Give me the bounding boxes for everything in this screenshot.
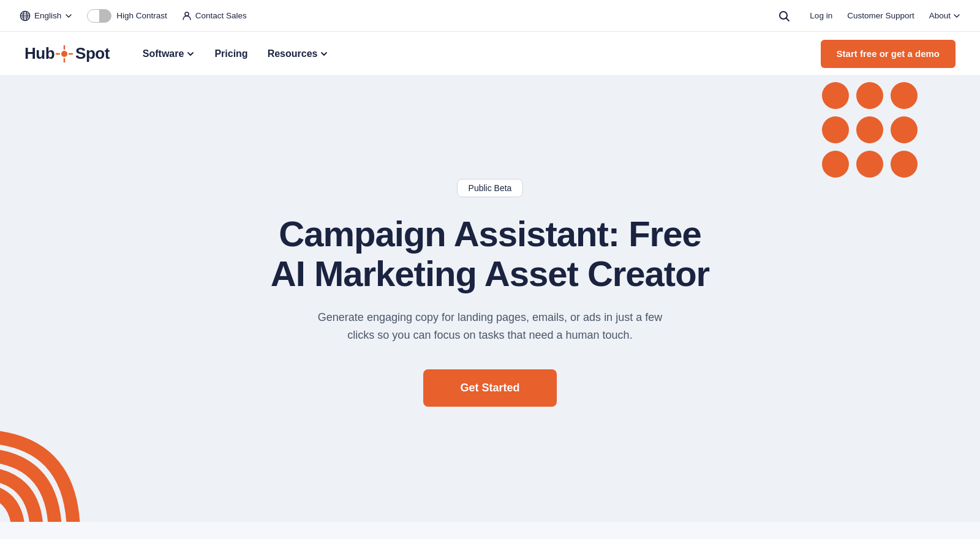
high-contrast-toggle-wrap: High Contrast bbox=[87, 9, 167, 23]
contact-sales-link[interactable]: Contact Sales bbox=[182, 11, 247, 21]
dot-6 bbox=[891, 116, 918, 143]
svg-point-5 bbox=[185, 12, 189, 16]
search-icon bbox=[778, 10, 790, 22]
logo-spot: Spot bbox=[75, 44, 110, 63]
svg-line-7 bbox=[786, 18, 790, 21]
nav-resources-label: Resources bbox=[268, 48, 318, 59]
public-beta-badge: Public Beta bbox=[457, 179, 524, 197]
person-icon bbox=[182, 11, 192, 21]
dot-7 bbox=[822, 151, 849, 178]
nav-pricing[interactable]: Pricing bbox=[206, 43, 256, 64]
dot-5 bbox=[856, 116, 883, 143]
nav-software[interactable]: Software bbox=[134, 43, 204, 64]
svg-point-8 bbox=[61, 51, 67, 57]
about-chevron-icon bbox=[953, 12, 960, 20]
hero-content: Public Beta Campaign Assistant: Free AI … bbox=[270, 179, 710, 407]
high-contrast-label: High Contrast bbox=[116, 11, 167, 20]
customer-support-link[interactable]: Customer Support bbox=[847, 11, 914, 20]
hero-subtitle: Generate engaging copy for landing pages… bbox=[306, 309, 674, 345]
nav-resources[interactable]: Resources bbox=[259, 43, 337, 64]
logo-icon bbox=[55, 44, 74, 64]
resources-chevron-icon bbox=[320, 50, 328, 58]
dot-8 bbox=[856, 151, 883, 178]
logo-svg bbox=[55, 44, 74, 64]
nav-right: Start free or get a demo bbox=[821, 40, 956, 68]
software-chevron-icon bbox=[186, 50, 195, 58]
arc-decoration bbox=[0, 399, 98, 522]
start-free-button[interactable]: Start free or get a demo bbox=[821, 40, 956, 68]
main-nav: Hub Spot Software Prici bbox=[0, 32, 980, 76]
dot-2 bbox=[856, 82, 883, 109]
chevron-down-icon bbox=[65, 12, 72, 20]
hero-section: Public Beta Campaign Assistant: Free AI … bbox=[0, 76, 980, 522]
dot-1 bbox=[822, 82, 849, 109]
language-label: English bbox=[34, 11, 61, 20]
logo-hub: Hub bbox=[24, 44, 55, 63]
nav-pricing-label: Pricing bbox=[214, 48, 247, 59]
nav-software-label: Software bbox=[143, 48, 184, 59]
about-label: About bbox=[929, 11, 951, 20]
login-link[interactable]: Log in bbox=[810, 11, 832, 20]
hero-title: Campaign Assistant: Free AI Marketing As… bbox=[270, 214, 710, 294]
hubspot-logo[interactable]: Hub Spot bbox=[24, 44, 110, 64]
dot-3 bbox=[891, 82, 918, 109]
get-started-button[interactable]: Get Started bbox=[423, 369, 556, 407]
dot-9 bbox=[891, 151, 918, 178]
about-link[interactable]: About bbox=[929, 11, 960, 20]
search-button[interactable] bbox=[773, 5, 795, 27]
top-bar-right: Log in Customer Support About bbox=[773, 5, 960, 27]
top-bar-left: English High Contrast Contact Sales bbox=[20, 9, 247, 23]
nav-menu: Software Pricing Resources bbox=[134, 43, 337, 64]
dot-grid-decoration bbox=[822, 82, 919, 179]
high-contrast-toggle[interactable] bbox=[87, 9, 111, 23]
top-bar: English High Contrast Contact Sales Log … bbox=[0, 0, 980, 32]
language-selector[interactable]: English bbox=[20, 10, 72, 21]
dot-4 bbox=[822, 116, 849, 143]
arc-svg bbox=[0, 399, 98, 522]
contact-sales-label: Contact Sales bbox=[195, 11, 247, 20]
globe-icon bbox=[20, 10, 31, 21]
nav-left: Hub Spot Software Prici bbox=[24, 43, 337, 64]
